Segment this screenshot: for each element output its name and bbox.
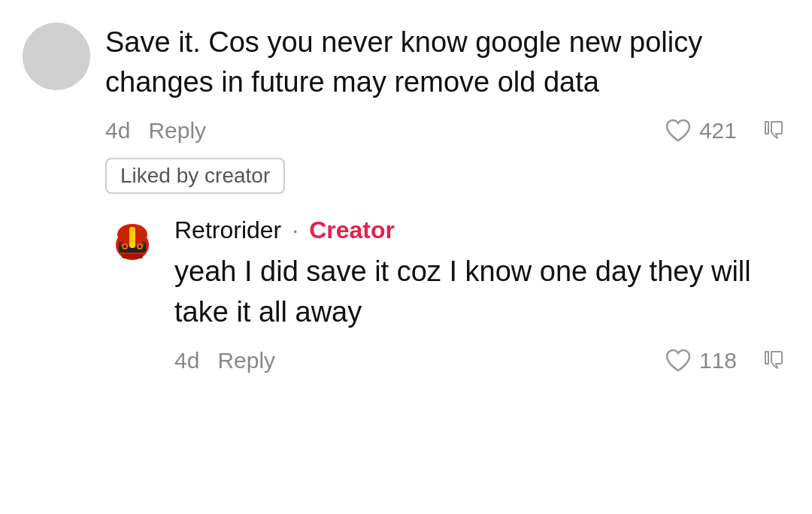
dislike-icon[interactable] [759,116,789,146]
comment-meta: 4d Reply 421 [105,116,789,146]
reply-reply-button[interactable]: Reply [217,348,275,373]
dot-separator: · [292,216,298,244]
reply-dislike-icon[interactable] [759,346,789,376]
heart-icon[interactable] [665,117,692,144]
comment-time: 4d [105,118,130,144]
comment-body: Save it. Cos you never know google new p… [105,23,789,194]
retrorider-avatar-icon [105,216,159,271]
reply-heart-icon[interactable] [665,347,692,374]
liked-by-creator-badge: Liked by creator [105,158,285,194]
reply-time: 4d [174,348,199,373]
svg-point-8 [123,245,126,248]
comment-text: Save it. Cos you never know google new p… [105,23,789,102]
reply-text: yeah I did save it coz I know one day th… [174,252,789,331]
creator-badge: Creator [309,216,395,244]
reply-meta: 4d Reply 118 [174,346,789,376]
svg-rect-5 [129,227,135,248]
avatar [23,23,90,90]
reply-comment: Retrorider · Creator yeah I did save it … [105,216,789,375]
reply-body: Retrorider · Creator yeah I did save it … [174,216,789,375]
comments-container: Save it. Cos you never know google new p… [0,0,812,398]
reply-like-count: 118 [699,348,737,373]
top-comment: Save it. Cos you never know google new p… [23,23,789,194]
reply-username-line: Retrorider · Creator [174,216,789,244]
reply-section: Retrorider · Creator yeah I did save it … [105,216,789,375]
reply-avatar [105,216,159,271]
comment-likes: 421 [665,116,789,146]
svg-point-9 [138,245,141,248]
svg-rect-10 [122,254,143,259]
reply-likes: 118 [665,346,789,376]
reply-username: Retrorider [174,216,281,244]
comment-reply-button[interactable]: Reply [148,118,206,144]
like-count: 421 [699,118,737,144]
